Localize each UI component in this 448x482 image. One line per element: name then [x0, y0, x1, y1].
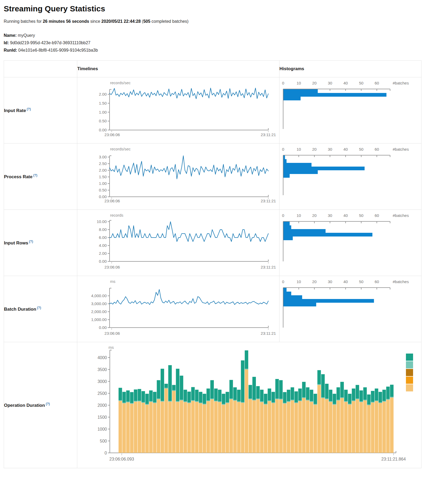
svg-text:3,000.00: 3,000.00 — [91, 301, 107, 306]
table-header-row: Timelines Histograms — [4, 61, 422, 77]
svg-text:50: 50 — [359, 213, 364, 218]
svg-text:0.00: 0.00 — [99, 325, 107, 330]
svg-text:50: 50 — [359, 147, 364, 151]
batch-duration-help-link[interactable]: (?) — [37, 306, 41, 310]
svg-text:23:11:21: 23:11:21 — [261, 265, 276, 269]
svg-text:10: 10 — [297, 147, 301, 151]
query-runid-line: RunId: 04e101e6-8bf8-4165-9099-9104c951b… — [4, 47, 444, 54]
operation-duration-help-link[interactable]: (?) — [46, 402, 50, 406]
svg-text:23:06:06: 23:06:06 — [105, 199, 120, 203]
svg-text:0.50: 0.50 — [99, 119, 107, 123]
running-suffix: completed batches) — [150, 19, 188, 24]
running-batch-count: 505 — [143, 19, 150, 24]
process-rate-timeline-chart: records/sec0.000.501.001.502.002.503.002… — [77, 144, 279, 210]
svg-text:60: 60 — [375, 213, 379, 218]
svg-text:10: 10 — [297, 279, 301, 284]
svg-text:23:06:06: 23:06:06 — [105, 265, 120, 269]
svg-text:40: 40 — [343, 147, 348, 151]
query-id-label: Id: — [4, 41, 9, 45]
query-name-label: Name: — [4, 33, 17, 38]
running-batches-text: Running batches for 26 minutes 56 second… — [4, 19, 444, 24]
svg-text:0.00: 0.00 — [99, 194, 107, 199]
operation-duration-label: Operation Duration(?) — [4, 342, 77, 468]
svg-text:23:06:06: 23:06:06 — [105, 331, 120, 336]
svg-text:30: 30 — [328, 213, 332, 218]
query-runid-value: 04e101e6-8bf8-4165-9099-9104c951ba3b — [18, 48, 98, 52]
process-rate-histogram-chart: 0102030405060#batches — [279, 144, 422, 210]
svg-text:20: 20 — [312, 279, 317, 284]
query-id-line: Id: 9d0dd219-995d-423e-b97d-36931110bb27 — [4, 39, 444, 47]
svg-text:30: 30 — [328, 81, 332, 85]
metric-column-header — [4, 61, 77, 77]
svg-text:30: 30 — [328, 147, 332, 151]
svg-text:20: 20 — [312, 81, 317, 85]
svg-text:1.50: 1.50 — [99, 175, 107, 179]
svg-text:2.50: 2.50 — [99, 161, 107, 166]
svg-text:records/sec: records/sec — [110, 81, 131, 85]
svg-text:3.00: 3.00 — [99, 155, 107, 159]
svg-text:#batches: #batches — [393, 213, 409, 218]
svg-text:4,000.00: 4,000.00 — [91, 293, 107, 298]
svg-text:60: 60 — [375, 81, 379, 85]
svg-text:23:11:21.864: 23:11:21.864 — [381, 457, 406, 461]
svg-text:500: 500 — [100, 439, 107, 443]
svg-text:1,000.00: 1,000.00 — [91, 317, 107, 322]
operation-duration-stacked-chart: ms0500100015002000250030003500400023:06:… — [77, 342, 422, 468]
page-title: Streaming Query Statistics — [4, 4, 444, 13]
histograms-column-header: Histograms — [279, 61, 422, 77]
timelines-column-header: Timelines — [77, 61, 279, 77]
svg-text:1.00: 1.00 — [99, 110, 107, 114]
svg-text:2.00: 2.00 — [99, 168, 107, 172]
svg-text:30: 30 — [328, 279, 332, 284]
svg-text:10.00: 10.00 — [97, 219, 107, 224]
input-rate-row: Input Rate(?) records/sec0.000.501.001.5… — [4, 77, 422, 144]
input-rate-histogram-chart: 0102030405060#batches — [279, 77, 422, 144]
svg-text:records/sec: records/sec — [110, 147, 131, 151]
svg-text:0.00: 0.00 — [99, 128, 107, 132]
streaming-statistics-page: Streaming Query Statistics Running batch… — [0, 0, 448, 468]
svg-text:0: 0 — [282, 279, 284, 284]
svg-text:0: 0 — [282, 213, 284, 218]
operation-duration-row: Operation Duration(?) ms0500100015002000… — [4, 342, 422, 468]
svg-text:40: 40 — [343, 279, 348, 284]
batch-duration-label: Batch Duration(?) — [4, 276, 77, 342]
svg-text:10: 10 — [297, 213, 301, 218]
svg-text:3000: 3000 — [97, 379, 107, 384]
query-id-value: 9d0dd219-995d-423e-b97d-36931110bb27 — [10, 41, 90, 45]
query-name-value: myQuery — [18, 33, 35, 38]
svg-text:1000: 1000 — [97, 427, 107, 431]
batch-duration-row: Batch Duration(?) ms0.001,000.002,000.00… — [4, 276, 422, 342]
svg-text:0.50: 0.50 — [99, 188, 107, 192]
input-rate-help-link[interactable]: (?) — [27, 107, 31, 111]
svg-text:ms: ms — [110, 279, 115, 284]
query-name-line: Name: myQuery — [4, 32, 444, 39]
svg-text:40: 40 — [343, 213, 348, 218]
svg-text:#batches: #batches — [393, 147, 409, 151]
svg-text:1.00: 1.00 — [99, 181, 107, 186]
svg-text:2500: 2500 — [97, 391, 107, 396]
svg-text:2.00: 2.00 — [99, 92, 107, 96]
svg-text:40: 40 — [343, 81, 348, 85]
svg-text:0: 0 — [282, 147, 284, 151]
svg-text:20: 20 — [312, 147, 317, 151]
input-rows-help-link[interactable]: (?) — [29, 240, 33, 243]
svg-text:0: 0 — [282, 81, 284, 85]
svg-text:1.50: 1.50 — [99, 101, 107, 105]
query-meta: Name: myQuery Id: 9d0dd219-995d-423e-b97… — [4, 32, 444, 54]
svg-text:2000: 2000 — [97, 403, 107, 408]
process-rate-help-link[interactable]: (?) — [33, 173, 37, 177]
svg-text:20: 20 — [312, 213, 317, 218]
batch-duration-histogram-chart: 0102030405060#batches — [279, 276, 422, 342]
svg-text:2,000.00: 2,000.00 — [91, 309, 107, 314]
process-rate-label: Process Rate(?) — [4, 144, 77, 210]
svg-text:23:06:06.093: 23:06:06.093 — [109, 457, 134, 461]
svg-text:6.00: 6.00 — [99, 235, 107, 240]
svg-text:23:11:21: 23:11:21 — [261, 132, 276, 137]
input-rows-histogram-chart: 0102030405060#batches — [279, 210, 422, 276]
input-rows-row: Input Rows(?) records0.002.004.006.008.0… — [4, 210, 422, 276]
svg-text:23:11:21: 23:11:21 — [261, 331, 276, 336]
input-rows-timeline-chart: records0.002.004.006.008.0010.0023:06:06… — [77, 210, 279, 276]
svg-text:23:11:21: 23:11:21 — [261, 199, 276, 203]
svg-text:2.00: 2.00 — [99, 251, 107, 256]
input-rate-timeline-chart: records/sec0.000.501.001.502.0023:06:062… — [77, 77, 279, 144]
